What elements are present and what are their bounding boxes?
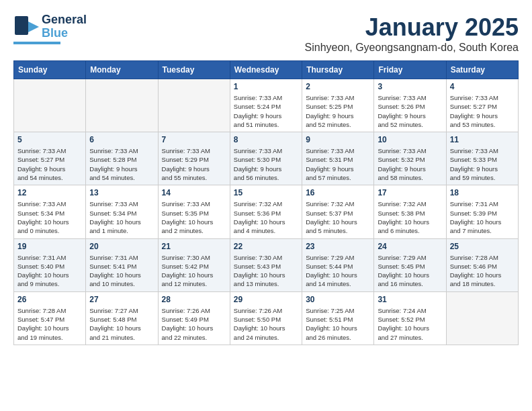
table-row: 7Sunrise: 7:33 AM Sunset: 5:29 PM Daylig… [158,132,230,185]
day-info: Sunrise: 7:33 AM Sunset: 5:25 PM Dayligh… [306,93,370,129]
day-info: Sunrise: 7:33 AM Sunset: 5:28 PM Dayligh… [89,146,154,182]
calendar-week-row: 12Sunrise: 7:33 AM Sunset: 5:34 PM Dayli… [14,185,519,238]
day-info: Sunrise: 7:25 AM Sunset: 5:51 PM Dayligh… [306,306,370,342]
day-info: Sunrise: 7:30 AM Sunset: 5:43 PM Dayligh… [234,253,298,289]
table-row: 21Sunrise: 7:30 AM Sunset: 5:42 PM Dayli… [158,238,230,291]
header-monday: Monday [86,61,158,79]
table-row [158,79,230,132]
day-number: 1 [234,82,298,91]
table-row: 15Sunrise: 7:32 AM Sunset: 5:36 PM Dayli… [230,185,302,238]
calendar-subtitle: Sinhyeon, Gyeongsangnam-do, South Korea [305,42,519,54]
day-number: 18 [450,188,515,197]
day-info: Sunrise: 7:31 AM Sunset: 5:40 PM Dayligh… [17,253,82,289]
day-number: 16 [306,188,370,197]
day-info: Sunrise: 7:27 AM Sunset: 5:48 PM Dayligh… [89,306,154,342]
day-info: Sunrise: 7:33 AM Sunset: 5:30 PM Dayligh… [234,146,298,182]
svg-rect-0 [15,16,28,35]
table-row: 10Sunrise: 7:33 AM Sunset: 5:32 PM Dayli… [374,132,446,185]
day-number: 21 [162,242,226,251]
day-info: Sunrise: 7:28 AM Sunset: 5:47 PM Dayligh… [17,306,82,342]
day-number: 24 [378,242,442,251]
day-info: Sunrise: 7:33 AM Sunset: 5:27 PM Dayligh… [17,146,82,182]
day-info: Sunrise: 7:33 AM Sunset: 5:31 PM Dayligh… [306,146,370,182]
day-info: Sunrise: 7:33 AM Sunset: 5:27 PM Dayligh… [450,93,515,129]
title-section: January 2025 Sinhyeon, Gyeongsangnam-do,… [305,13,519,54]
day-number: 12 [17,188,82,197]
day-info: Sunrise: 7:31 AM Sunset: 5:41 PM Dayligh… [89,253,154,289]
day-info: Sunrise: 7:32 AM Sunset: 5:37 PM Dayligh… [306,199,370,235]
day-info: Sunrise: 7:31 AM Sunset: 5:39 PM Dayligh… [450,199,515,235]
header-wednesday: Wednesday [230,61,302,79]
table-row: 19Sunrise: 7:31 AM Sunset: 5:40 PM Dayli… [14,238,86,291]
table-row: 17Sunrise: 7:32 AM Sunset: 5:38 PM Dayli… [374,185,446,238]
table-row: 6Sunrise: 7:33 AM Sunset: 5:28 PM Daylig… [86,132,158,185]
day-number: 29 [234,295,298,304]
table-row: 16Sunrise: 7:32 AM Sunset: 5:37 PM Dayli… [302,185,374,238]
day-number: 4 [450,82,515,91]
table-row: 11Sunrise: 7:33 AM Sunset: 5:33 PM Dayli… [446,132,518,185]
table-row: 24Sunrise: 7:29 AM Sunset: 5:45 PM Dayli… [374,238,446,291]
table-row: 5Sunrise: 7:33 AM Sunset: 5:27 PM Daylig… [14,132,86,185]
day-info: Sunrise: 7:30 AM Sunset: 5:42 PM Dayligh… [162,253,226,289]
day-number: 25 [450,242,515,251]
table-row: 1Sunrise: 7:33 AM Sunset: 5:24 PM Daylig… [230,79,302,132]
table-row: 12Sunrise: 7:33 AM Sunset: 5:34 PM Dayli… [14,185,86,238]
day-info: Sunrise: 7:24 AM Sunset: 5:52 PM Dayligh… [378,306,442,342]
day-number: 3 [378,82,442,91]
calendar-table: Sunday Monday Tuesday Wednesday Thursday… [13,60,519,345]
table-row: 14Sunrise: 7:33 AM Sunset: 5:35 PM Dayli… [158,185,230,238]
day-number: 26 [17,295,82,304]
day-info: Sunrise: 7:33 AM Sunset: 5:34 PM Dayligh… [17,199,82,235]
day-info: Sunrise: 7:33 AM Sunset: 5:34 PM Dayligh… [89,199,154,235]
day-info: Sunrise: 7:26 AM Sunset: 5:50 PM Dayligh… [234,306,298,342]
table-row [14,79,86,132]
table-row: 8Sunrise: 7:33 AM Sunset: 5:30 PM Daylig… [230,132,302,185]
day-number: 7 [162,135,226,144]
calendar-week-row: 19Sunrise: 7:31 AM Sunset: 5:40 PM Dayli… [14,238,519,291]
day-info: Sunrise: 7:33 AM Sunset: 5:24 PM Dayligh… [234,93,298,129]
day-number: 23 [306,242,370,251]
table-row: 26Sunrise: 7:28 AM Sunset: 5:47 PM Dayli… [14,291,86,345]
header-friday: Friday [374,61,446,79]
day-info: Sunrise: 7:29 AM Sunset: 5:45 PM Dayligh… [378,253,442,289]
calendar-title: January 2025 [305,13,519,42]
day-info: Sunrise: 7:26 AM Sunset: 5:49 PM Dayligh… [162,306,226,342]
table-row: 20Sunrise: 7:31 AM Sunset: 5:41 PM Dayli… [86,238,158,291]
table-row: 30Sunrise: 7:25 AM Sunset: 5:51 PM Dayli… [302,291,374,345]
day-number: 19 [17,242,82,251]
day-number: 14 [162,188,226,197]
day-info: Sunrise: 7:33 AM Sunset: 5:32 PM Dayligh… [378,146,442,182]
logo: General Blue [13,13,87,44]
weekday-header-row: Sunday Monday Tuesday Wednesday Thursday… [14,61,519,79]
day-number: 27 [89,295,154,304]
day-number: 28 [162,295,226,304]
table-row [86,79,158,132]
table-row: 13Sunrise: 7:33 AM Sunset: 5:34 PM Dayli… [86,185,158,238]
table-row: 22Sunrise: 7:30 AM Sunset: 5:43 PM Dayli… [230,238,302,291]
day-number: 2 [306,82,370,91]
day-number: 22 [234,242,298,251]
header-sunday: Sunday [14,61,86,79]
table-row [446,291,518,345]
table-row: 9Sunrise: 7:33 AM Sunset: 5:31 PM Daylig… [302,132,374,185]
day-number: 5 [17,135,82,144]
day-number: 30 [306,295,370,304]
day-number: 10 [378,135,442,144]
day-number: 15 [234,188,298,197]
table-row: 3Sunrise: 7:33 AM Sunset: 5:26 PM Daylig… [374,79,446,132]
table-row: 2Sunrise: 7:33 AM Sunset: 5:25 PM Daylig… [302,79,374,132]
header-tuesday: Tuesday [158,61,230,79]
day-number: 20 [89,242,154,251]
day-number: 31 [378,295,442,304]
day-number: 9 [306,135,370,144]
table-row: 29Sunrise: 7:26 AM Sunset: 5:50 PM Dayli… [230,291,302,345]
day-number: 17 [378,188,442,197]
table-row: 23Sunrise: 7:29 AM Sunset: 5:44 PM Dayli… [302,238,374,291]
calendar-week-row: 1Sunrise: 7:33 AM Sunset: 5:24 PM Daylig… [14,79,519,132]
day-info: Sunrise: 7:29 AM Sunset: 5:44 PM Dayligh… [306,253,370,289]
table-row: 28Sunrise: 7:26 AM Sunset: 5:49 PM Dayli… [158,291,230,345]
day-number: 11 [450,135,515,144]
day-number: 13 [89,188,154,197]
day-info: Sunrise: 7:33 AM Sunset: 5:29 PM Dayligh… [162,146,226,182]
calendar-week-row: 5Sunrise: 7:33 AM Sunset: 5:27 PM Daylig… [14,132,519,185]
